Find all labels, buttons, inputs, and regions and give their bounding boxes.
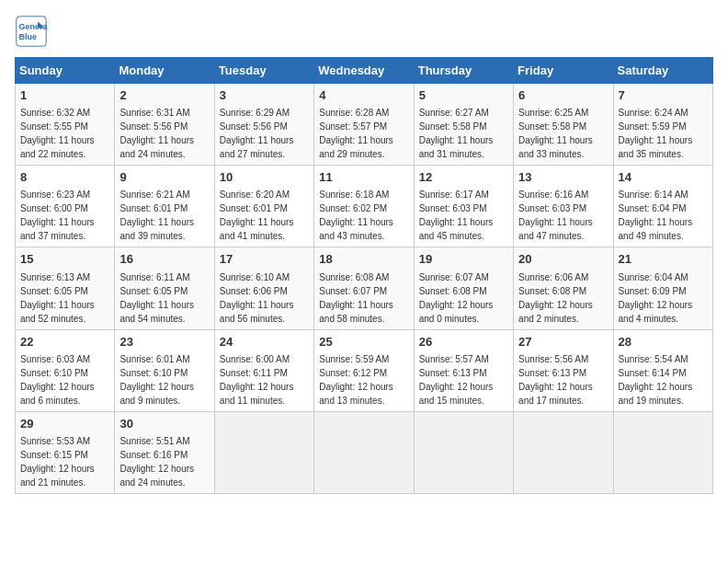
- day-number: 2: [119, 87, 209, 104]
- day-number: 14: [619, 169, 708, 186]
- day-number: 3: [220, 87, 309, 104]
- table-row: 4 Sunrise: 6:28 AMSunset: 5:57 PMDayligh…: [314, 84, 414, 166]
- table-row: 30 Sunrise: 5:51 AMSunset: 6:16 PMDaylig…: [115, 411, 214, 493]
- table-row: 1 Sunrise: 6:32 AMSunset: 5:55 PMDayligh…: [16, 84, 115, 166]
- table-row: [214, 411, 313, 493]
- day-number: 15: [20, 251, 109, 268]
- table-row: [613, 411, 712, 493]
- table-row: 18 Sunrise: 6:08 AMSunset: 6:07 PMDaylig…: [314, 247, 414, 329]
- header-tuesday: Tuesday: [214, 58, 313, 84]
- day-number: 25: [319, 334, 408, 350]
- table-row: 5 Sunrise: 6:27 AMSunset: 5:58 PMDayligh…: [414, 84, 513, 166]
- day-info: Sunrise: 6:07 AMSunset: 6:08 PMDaylight:…: [419, 272, 494, 324]
- calendar-header-row: SundayMondayTuesdayWednesdayThursdayFrid…: [16, 58, 713, 84]
- day-number: 17: [220, 251, 309, 268]
- day-info: Sunrise: 6:00 AMSunset: 6:11 PMDaylight:…: [220, 354, 294, 406]
- day-number: 1: [20, 87, 109, 104]
- calendar-table: SundayMondayTuesdayWednesdayThursdayFrid…: [15, 57, 713, 494]
- week-row-3: 15 Sunrise: 6:13 AMSunset: 6:05 PMDaylig…: [16, 247, 713, 329]
- header-monday: Monday: [115, 58, 214, 84]
- table-row: 6 Sunrise: 6:25 AMSunset: 5:58 PMDayligh…: [514, 84, 613, 166]
- week-row-2: 8 Sunrise: 6:23 AMSunset: 6:00 PMDayligh…: [16, 166, 713, 247]
- table-row: [414, 411, 513, 493]
- day-number: 26: [419, 334, 508, 350]
- table-row: 17 Sunrise: 6:10 AMSunset: 6:06 PMDaylig…: [214, 247, 313, 329]
- day-number: 28: [619, 334, 708, 350]
- day-number: 6: [518, 87, 608, 104]
- table-row: 15 Sunrise: 6:13 AMSunset: 6:05 PMDaylig…: [16, 247, 115, 329]
- table-row: 19 Sunrise: 6:07 AMSunset: 6:08 PMDaylig…: [414, 247, 513, 329]
- header-sunday: Sunday: [16, 58, 115, 84]
- day-info: Sunrise: 6:06 AMSunset: 6:08 PMDaylight:…: [518, 272, 593, 324]
- day-info: Sunrise: 6:29 AMSunset: 5:56 PMDaylight:…: [220, 108, 294, 159]
- logo: General Blue: [15, 15, 51, 48]
- table-row: 10 Sunrise: 6:20 AMSunset: 6:01 PMDaylig…: [214, 166, 313, 247]
- table-row: 21 Sunrise: 6:04 AMSunset: 6:09 PMDaylig…: [613, 247, 712, 329]
- day-info: Sunrise: 6:25 AMSunset: 5:58 PMDaylight:…: [518, 108, 593, 159]
- day-number: 9: [119, 169, 209, 186]
- day-number: 20: [518, 251, 608, 268]
- day-number: 4: [319, 87, 408, 104]
- day-number: 23: [119, 334, 209, 350]
- logo-icon: General Blue: [15, 15, 48, 48]
- day-number: 27: [518, 334, 608, 350]
- table-row: 24 Sunrise: 6:00 AMSunset: 6:11 PMDaylig…: [214, 329, 313, 411]
- day-number: 29: [20, 416, 109, 432]
- day-number: 24: [220, 334, 309, 350]
- day-info: Sunrise: 6:14 AMSunset: 6:04 PMDaylight:…: [619, 190, 693, 241]
- day-info: Sunrise: 6:16 AMSunset: 6:03 PMDaylight:…: [518, 190, 593, 241]
- day-info: Sunrise: 5:54 AMSunset: 6:14 PMDaylight:…: [619, 354, 693, 406]
- day-info: Sunrise: 5:51 AMSunset: 6:16 PMDaylight:…: [119, 436, 194, 488]
- day-info: Sunrise: 6:08 AMSunset: 6:07 PMDaylight:…: [319, 272, 393, 324]
- day-info: Sunrise: 6:01 AMSunset: 6:10 PMDaylight:…: [119, 354, 194, 406]
- day-number: 16: [119, 251, 209, 268]
- table-row: 2 Sunrise: 6:31 AMSunset: 5:56 PMDayligh…: [115, 84, 214, 166]
- day-info: Sunrise: 6:04 AMSunset: 6:09 PMDaylight:…: [619, 272, 693, 324]
- table-row: 27 Sunrise: 5:56 AMSunset: 6:13 PMDaylig…: [514, 329, 613, 411]
- page-header: General Blue: [15, 15, 713, 48]
- day-info: Sunrise: 6:27 AMSunset: 5:58 PMDaylight:…: [419, 108, 494, 159]
- table-row: 11 Sunrise: 6:18 AMSunset: 6:02 PMDaylig…: [314, 166, 414, 247]
- table-row: [514, 411, 613, 493]
- day-number: 7: [619, 87, 708, 104]
- day-info: Sunrise: 6:31 AMSunset: 5:56 PMDaylight:…: [119, 108, 194, 159]
- day-number: 5: [419, 87, 508, 104]
- day-info: Sunrise: 6:03 AMSunset: 6:10 PMDaylight:…: [20, 354, 95, 406]
- table-row: 25 Sunrise: 5:59 AMSunset: 6:12 PMDaylig…: [314, 329, 414, 411]
- day-info: Sunrise: 6:13 AMSunset: 6:05 PMDaylight:…: [20, 272, 95, 324]
- day-info: Sunrise: 6:20 AMSunset: 6:01 PMDaylight:…: [220, 190, 294, 241]
- header-friday: Friday: [514, 58, 613, 84]
- table-row: 14 Sunrise: 6:14 AMSunset: 6:04 PMDaylig…: [613, 166, 712, 247]
- header-saturday: Saturday: [613, 58, 712, 84]
- header-thursday: Thursday: [414, 58, 513, 84]
- day-info: Sunrise: 6:17 AMSunset: 6:03 PMDaylight:…: [419, 190, 494, 241]
- header-wednesday: Wednesday: [314, 58, 414, 84]
- day-number: 18: [319, 251, 408, 268]
- day-number: 30: [119, 416, 209, 432]
- table-row: [314, 411, 414, 493]
- table-row: 22 Sunrise: 6:03 AMSunset: 6:10 PMDaylig…: [16, 329, 115, 411]
- day-info: Sunrise: 5:56 AMSunset: 6:13 PMDaylight:…: [518, 354, 593, 406]
- day-number: 22: [20, 334, 109, 350]
- day-number: 21: [619, 251, 708, 268]
- day-info: Sunrise: 5:53 AMSunset: 6:15 PMDaylight:…: [20, 436, 95, 488]
- week-row-5: 29 Sunrise: 5:53 AMSunset: 6:15 PMDaylig…: [16, 411, 713, 493]
- day-info: Sunrise: 5:59 AMSunset: 6:12 PMDaylight:…: [319, 354, 393, 406]
- table-row: 20 Sunrise: 6:06 AMSunset: 6:08 PMDaylig…: [514, 247, 613, 329]
- svg-text:General: General: [19, 22, 49, 31]
- table-row: 13 Sunrise: 6:16 AMSunset: 6:03 PMDaylig…: [514, 166, 613, 247]
- day-number: 13: [518, 169, 608, 186]
- table-row: 12 Sunrise: 6:17 AMSunset: 6:03 PMDaylig…: [414, 166, 513, 247]
- day-info: Sunrise: 6:10 AMSunset: 6:06 PMDaylight:…: [220, 272, 294, 324]
- table-row: 26 Sunrise: 5:57 AMSunset: 6:13 PMDaylig…: [414, 329, 513, 411]
- table-row: 9 Sunrise: 6:21 AMSunset: 6:01 PMDayligh…: [115, 166, 214, 247]
- table-row: 23 Sunrise: 6:01 AMSunset: 6:10 PMDaylig…: [115, 329, 214, 411]
- day-number: 10: [220, 169, 309, 186]
- day-info: Sunrise: 6:18 AMSunset: 6:02 PMDaylight:…: [319, 190, 393, 241]
- day-number: 19: [419, 251, 508, 268]
- day-info: Sunrise: 6:23 AMSunset: 6:00 PMDaylight:…: [20, 190, 95, 241]
- svg-text:Blue: Blue: [19, 32, 38, 41]
- day-number: 12: [419, 169, 508, 186]
- day-number: 11: [319, 169, 408, 186]
- day-info: Sunrise: 5:57 AMSunset: 6:13 PMDaylight:…: [419, 354, 494, 406]
